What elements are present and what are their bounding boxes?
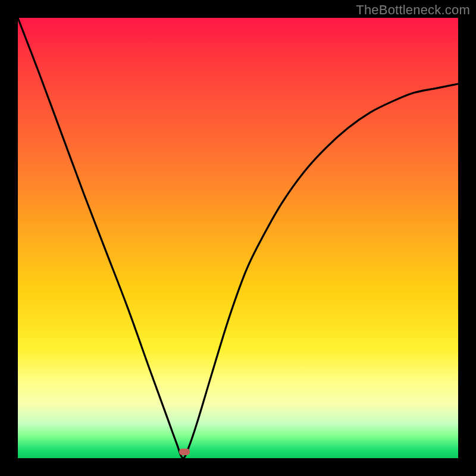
plot-area: [18, 18, 458, 458]
chart-frame: TheBottleneck.com: [0, 0, 476, 476]
optimum-marker: [179, 449, 190, 455]
bottleneck-curve: [18, 18, 458, 458]
watermark-text: TheBottleneck.com: [356, 2, 470, 18]
